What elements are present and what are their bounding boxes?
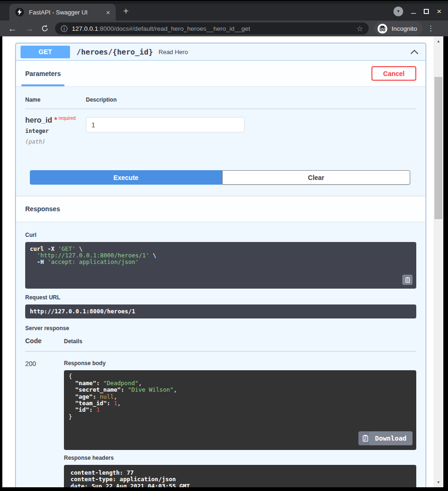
browser-tab[interactable]: FastAPI - Swagger UI × xyxy=(9,4,116,21)
parameters-header: Parameters Cancel xyxy=(16,61,426,86)
parameters-tab-label: Parameters xyxy=(25,70,61,77)
clear-button[interactable]: Clear xyxy=(222,170,410,185)
incognito-label: Incognito xyxy=(392,25,417,32)
execute-row: Execute Clear xyxy=(30,170,410,185)
favicon-fastapi-icon xyxy=(15,7,24,17)
response-headers-block: content-length: 77content-type: applicat… xyxy=(64,465,416,487)
scrollbar-thumb[interactable] xyxy=(434,77,442,219)
parameter-name: hero_id *required xyxy=(25,116,86,124)
back-icon[interactable]: ← xyxy=(8,24,17,33)
browser-window: FastAPI - Swagger UI × + ▾ – × ← → 127.0… xyxy=(0,0,448,491)
scroll-down-icon[interactable]: ▼ xyxy=(434,480,443,484)
execute-button[interactable]: Execute xyxy=(30,170,222,185)
response-headers-label: Response headers xyxy=(64,455,416,461)
responses-title: Responses xyxy=(25,205,60,213)
window-frame-top xyxy=(0,0,448,4)
server-response-row: 200 Response body {"name": "Deadpond","s… xyxy=(25,352,416,487)
reload-icon[interactable] xyxy=(41,24,49,33)
column-name: Name xyxy=(25,97,86,103)
json-row: "team_id": 1, xyxy=(69,400,412,407)
minimize-button[interactable]: – xyxy=(411,9,416,16)
curl-code-block: curl -X 'GET' \ 'http://127.0.0.1:8000/h… xyxy=(25,242,416,289)
window-controls: ▾ – × xyxy=(393,7,441,16)
response-body-label: Response body xyxy=(64,360,416,367)
parameter-type: integer xyxy=(25,128,86,134)
copy-curl-button[interactable] xyxy=(402,275,413,285)
url-host: 127.0.0.1 xyxy=(72,25,98,32)
responses-header: Responses xyxy=(16,196,426,221)
scroll-up-icon[interactable]: ▲ xyxy=(434,39,443,43)
parameters-table-header: Name Description xyxy=(25,97,416,109)
header-line: content-length: 77 xyxy=(70,470,412,477)
parameters-body: Name Description hero_id *required integ… xyxy=(16,86,426,165)
hero-id-input[interactable] xyxy=(86,117,245,132)
required-star: * xyxy=(54,116,57,124)
tab-title: FastAPI - Swagger UI xyxy=(29,9,106,16)
column-code: Code xyxy=(25,337,64,345)
parameter-value-cell xyxy=(86,116,245,145)
url-bar[interactable]: 127.0.0.1:8000/docs#/default/read_hero_h… xyxy=(55,22,369,35)
server-response-table-header: Code Details xyxy=(25,332,416,352)
download-button[interactable]: Download xyxy=(369,431,413,445)
json-row: "secret_name": "Dive Wilson", xyxy=(69,387,412,393)
curl-line: -H 'accept: application/json' xyxy=(30,259,412,265)
endpoint-path: /heroes/{hero_id} xyxy=(77,48,153,56)
method-badge-get: GET xyxy=(21,46,70,58)
json-row: "name": "Deadpond", xyxy=(69,380,412,387)
column-description: Description xyxy=(86,97,117,103)
request-url-label: Request URL xyxy=(25,294,416,301)
response-body-block: {"name": "Deadpond","secret_name": "Dive… xyxy=(64,370,416,450)
scrollbar[interactable]: ▲ ▼ xyxy=(434,36,443,487)
url-text: 127.0.0.1:8000/docs#/default/read_hero_h… xyxy=(72,25,250,32)
column-details: Details xyxy=(64,338,82,345)
status-code: 200 xyxy=(25,357,64,487)
required-label: required xyxy=(58,116,76,121)
json-row: "id": 1 xyxy=(69,407,412,413)
browser-menu-icon[interactable]: ⋮ xyxy=(427,24,434,33)
tab-close-icon[interactable]: × xyxy=(106,9,110,16)
curl-label: Curl xyxy=(25,232,416,238)
browser-toolbar: ← → 127.0.0.1:8000/docs#/default/read_he… xyxy=(0,21,448,36)
endpoint-summary: Read Hero xyxy=(159,48,188,55)
url-path: :8000/docs#/default/read_hero_heroes__he… xyxy=(98,25,250,32)
curl-line: curl -X 'GET' \ xyxy=(30,246,412,252)
cancel-button[interactable]: Cancel xyxy=(371,66,416,81)
opblock-get-heroes: GET /heroes/{hero_id} Read Hero Paramete… xyxy=(15,43,426,487)
responses-inner: Curl curl -X 'GET' \ 'http://127.0.0.1:8… xyxy=(16,221,426,487)
request-url-block: http://127.0.0.1:8000/heroes/1 xyxy=(25,304,416,318)
parameter-meta: hero_id *required integer (path) xyxy=(25,116,86,145)
close-button[interactable]: × xyxy=(437,8,441,15)
incognito-icon xyxy=(377,23,388,34)
site-info-icon[interactable] xyxy=(61,25,68,32)
browser-caret-icon[interactable]: ▾ xyxy=(393,7,403,16)
swagger-page: GET /heroes/{hero_id} Read Hero Paramete… xyxy=(2,36,443,487)
parameter-row: hero_id *required integer (path) xyxy=(25,109,416,145)
bookmark-star-icon[interactable]: ☆ xyxy=(357,24,363,33)
page-content: GET /heroes/{hero_id} Read Hero Paramete… xyxy=(2,36,443,487)
collapse-chevron-icon[interactable] xyxy=(410,48,419,56)
incognito-badge: Incognito xyxy=(374,21,423,35)
forward-icon[interactable]: → xyxy=(25,24,34,33)
header-line: content-type: application/json xyxy=(70,476,412,483)
json-row: "age": null, xyxy=(69,394,412,400)
tab-parameters[interactable]: Parameters xyxy=(25,61,61,86)
maximize-button[interactable] xyxy=(424,9,429,14)
parameter-location: (path) xyxy=(25,138,86,145)
browser-chrome: FastAPI - Swagger UI × + ▾ – × ← → 127.0… xyxy=(0,0,448,36)
curl-line: 'http://127.0.0.1:8000/heroes/1' \ xyxy=(30,252,412,259)
header-line: date: Sun,22 Aug 2021 04:03:55 GMT xyxy=(70,483,412,487)
response-details: Response body {"name": "Deadpond","secre… xyxy=(64,357,416,487)
opblock-summary[interactable]: GET /heroes/{hero_id} Read Hero xyxy=(16,43,426,61)
server-response-label: Server response xyxy=(25,325,416,332)
new-tab-button[interactable]: + xyxy=(123,6,129,17)
